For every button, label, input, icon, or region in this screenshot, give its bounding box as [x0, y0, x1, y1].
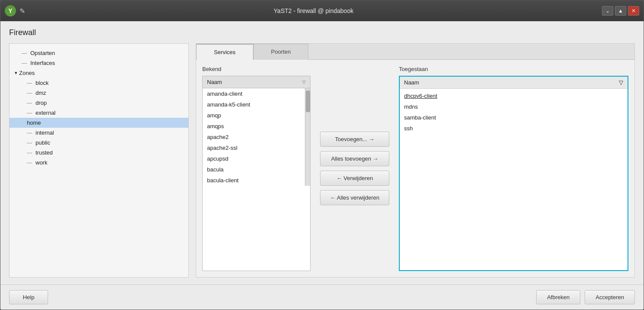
- sidebar-item-public[interactable]: — public: [10, 138, 188, 148]
- maximize-button[interactable]: ▲: [615, 6, 626, 16]
- dash-icon: —: [27, 90, 32, 96]
- toegestaan-section: Toegestaan Naam ▽ dhcpv6-client mdns sam…: [399, 66, 628, 271]
- toegestaan-list: Naam ▽ dhcpv6-client mdns samba-client s…: [399, 76, 628, 271]
- sidebar-item-trusted[interactable]: — trusted: [10, 148, 188, 158]
- sidebar-item-label: internal: [36, 129, 54, 136]
- tab-services[interactable]: Services: [196, 44, 253, 60]
- middle-buttons: Toevoegen... → Alles toevoegen → ← Verwi…: [316, 66, 394, 271]
- tab-bar: Services Poorten: [196, 44, 634, 60]
- toevoegen-button[interactable]: Toevoegen... →: [320, 132, 389, 147]
- alles-toevoegen-button[interactable]: Alles toevoegen →: [320, 151, 389, 166]
- sidebar-item-drop[interactable]: — drop: [10, 98, 188, 108]
- sidebar-item-external[interactable]: — external: [10, 108, 188, 118]
- sidebar-item-label: Opstarten: [30, 50, 55, 56]
- window-controls: ⌄ ▲ ✕: [602, 6, 639, 16]
- bekend-list-body: amanda-client amanda-k5-client amqp amqp…: [203, 88, 305, 186]
- app-icon-letter: Y: [8, 7, 12, 14]
- titlebar-left: Y ✎: [5, 5, 25, 16]
- toegestaan-item[interactable]: mdns: [400, 101, 628, 112]
- sidebar-item-label: Interfaces: [30, 60, 55, 66]
- footer: Help Afbreken Accepteren: [0, 284, 644, 310]
- dash-icon: —: [27, 140, 32, 146]
- toegestaan-label: Toegestaan: [399, 66, 628, 72]
- list-item[interactable]: bacula: [203, 164, 305, 175]
- bekend-list-header[interactable]: Naam ▽: [203, 76, 310, 88]
- sidebar-item-home[interactable]: home: [10, 118, 188, 128]
- bekend-list-container: Naam ▽ amanda-client amanda-k5-client am…: [202, 76, 311, 271]
- titlebar: Y ✎ YaST2 - firewall @ pindabook ⌄ ▲ ✕: [0, 0, 644, 21]
- sidebar-item-interfaces[interactable]: — Interfaces: [10, 58, 188, 68]
- toegestaan-list-header[interactable]: Naam ▽: [400, 77, 628, 89]
- chevron-down-icon: ▽: [302, 80, 306, 84]
- sidebar-item-label: trusted: [36, 149, 53, 156]
- sidebar-item-opstarten[interactable]: — Opstarten: [10, 48, 188, 58]
- dash-icon: —: [27, 80, 32, 86]
- sidebar-item-block[interactable]: — block: [10, 78, 188, 88]
- dash-icon: —: [27, 150, 32, 156]
- help-button[interactable]: Help: [9, 290, 48, 304]
- dash-icon: —: [22, 50, 27, 56]
- sidebar-item-dmz[interactable]: — dmz: [10, 88, 188, 98]
- dash-icon: —: [27, 160, 32, 166]
- sidebar-item-label: public: [36, 139, 50, 146]
- list-item[interactable]: apache2: [203, 132, 305, 142]
- toegestaan-item[interactable]: samba-client: [400, 112, 628, 123]
- toegestaan-item[interactable]: ssh: [400, 123, 628, 134]
- chevron-down-icon: ▽: [619, 79, 623, 86]
- list-item[interactable]: amqps: [203, 121, 305, 132]
- close-button[interactable]: ✕: [628, 6, 639, 16]
- dash-icon: —: [27, 110, 32, 116]
- afbreken-button[interactable]: Afbreken: [536, 290, 580, 304]
- toegestaan-column-header: Naam: [404, 79, 619, 86]
- dash-icon: —: [22, 60, 27, 66]
- toegestaan-item[interactable]: dhcpv6-client: [400, 90, 628, 101]
- footer-right: Afbreken Accepteren: [536, 290, 635, 304]
- scrollbar-track[interactable]: [305, 88, 310, 186]
- pin-icon: ✎: [19, 7, 25, 15]
- list-item[interactable]: apache2-ssl: [203, 142, 305, 153]
- sidebar-item-label: Zones: [19, 70, 35, 76]
- sidebar-item-label: work: [36, 159, 47, 166]
- bekend-section: Bekend Naam ▽ amanda-client amanda-k5-cl…: [202, 66, 311, 271]
- bekend-list-scroll-area: amanda-client amanda-k5-client amqp amqp…: [203, 88, 310, 186]
- sidebar-item-work[interactable]: — work: [10, 158, 188, 168]
- dash-icon: —: [27, 130, 32, 136]
- arrow-icon: ▾: [15, 70, 17, 76]
- page-title: Firewall: [9, 28, 635, 37]
- sidebar: — Opstarten — Interfaces ▾ Zones —: [9, 43, 189, 278]
- sidebar-item-label: home: [27, 119, 41, 126]
- sidebar-item-label: block: [36, 80, 49, 86]
- list-item[interactable]: amanda-k5-client: [203, 99, 305, 110]
- main-window: Y ✎ YaST2 - firewall @ pindabook ⌄ ▲ ✕ F…: [0, 0, 644, 310]
- app-icon: Y: [5, 5, 16, 16]
- list-item[interactable]: bacula-client: [203, 175, 305, 186]
- content-area: Firewall — Opstarten — Interfaces ▾: [0, 21, 644, 284]
- window-title: YaST2 - firewall @ pindabook: [25, 7, 602, 14]
- scrollbar-thumb[interactable]: [306, 90, 310, 112]
- sidebar-item-label: dmz: [36, 90, 46, 96]
- list-item[interactable]: amanda-client: [203, 88, 305, 99]
- main-layout: — Opstarten — Interfaces ▾ Zones —: [9, 43, 635, 278]
- sidebar-item-internal[interactable]: — internal: [10, 128, 188, 138]
- verwijderen-button[interactable]: ← Verwijderen: [320, 171, 389, 186]
- right-panel: Services Poorten Bekend Naam ▽: [196, 43, 635, 278]
- sidebar-item-label: external: [36, 110, 55, 116]
- tab-poorten[interactable]: Poorten: [253, 44, 309, 60]
- alles-verwijderen-button[interactable]: ← Alles verwijderen: [320, 190, 389, 205]
- tab-services-label: Services: [214, 49, 236, 55]
- sidebar-item-zones[interactable]: ▾ Zones: [10, 68, 188, 78]
- minimize-button[interactable]: ⌄: [602, 6, 613, 16]
- toegestaan-list-body: dhcpv6-client mdns samba-client ssh: [400, 89, 628, 270]
- dash-icon: —: [27, 100, 32, 106]
- tab-poorten-label: Poorten: [271, 48, 291, 55]
- bekend-column-header: Naam: [207, 79, 302, 85]
- list-item[interactable]: amqp: [203, 110, 305, 121]
- accepteren-button[interactable]: Accepteren: [585, 290, 635, 304]
- sidebar-item-label: drop: [36, 100, 47, 106]
- panel-content: Bekend Naam ▽ amanda-client amanda-k5-cl…: [196, 60, 634, 277]
- bekend-label: Bekend: [202, 66, 311, 72]
- list-item[interactable]: apcupsd: [203, 153, 305, 164]
